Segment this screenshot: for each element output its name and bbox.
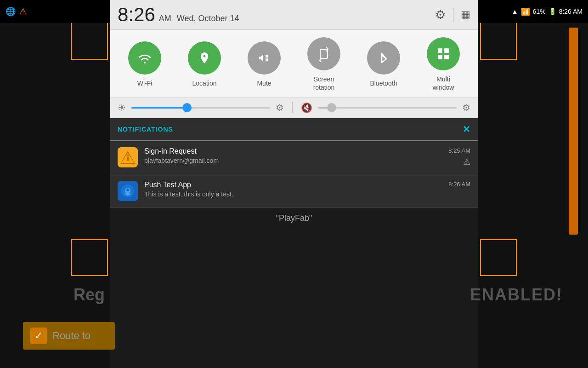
location-circle	[188, 41, 221, 75]
notifications-title: NOTIFICATIONS	[118, 126, 173, 133]
mute-circle	[248, 41, 281, 75]
top-bar: 8:26 AM Wed, October 14 ⚙ ▦	[110, 0, 478, 30]
date-text: Wed, October 14	[177, 14, 239, 23]
volume-settings-icon[interactable]: ⚙	[462, 102, 470, 113]
notification-time-signin: 8:25 AM	[448, 147, 470, 154]
svg-rect-8	[444, 55, 449, 59]
svg-point-16	[126, 189, 129, 191]
wifi-circle	[128, 41, 161, 75]
svg-rect-13	[127, 155, 129, 156]
svg-rect-12	[127, 157, 129, 161]
notification-meta-signin: 8:25 AM ⚠	[448, 147, 470, 167]
sliders-row: ☀ ⚙ 🔇 ⚙	[110, 97, 478, 118]
status-bar-left: 🌐 ⚠	[6, 6, 27, 17]
globe-icon: 🌐	[6, 6, 16, 17]
status-bar-right: ▲ 📶 61% 🔋 8:26 AM	[512, 7, 582, 16]
sliders-divider	[292, 102, 293, 113]
battery-icon-status: 🔋	[548, 8, 556, 15]
screen-rotation-label: Screenrotation	[313, 75, 335, 92]
notification-panel: 8:26 AM Wed, October 14 ⚙ ▦	[110, 0, 478, 229]
bg-route-checkbox: ✓	[30, 328, 47, 344]
wifi-icon-status: 📶	[521, 7, 530, 16]
time-display: 8:26 AM Wed, October 14	[118, 4, 239, 26]
bluetooth-circle	[367, 41, 400, 75]
notification-time-push: 8:26 AM	[448, 181, 470, 188]
quick-toggle-row: Wi-Fi Location	[110, 30, 478, 97]
brightness-low-icon: ☀	[118, 102, 126, 113]
settings-gear-icon[interactable]: ⚙	[435, 8, 446, 22]
brightness-settings-icon[interactable]: ⚙	[276, 102, 284, 113]
toggle-location[interactable]: Location	[181, 41, 227, 87]
battery-percent: 61%	[533, 8, 546, 15]
toggle-mute[interactable]: Mute	[241, 41, 287, 87]
signal-icon: ▲	[512, 8, 518, 15]
time-large: 8:26	[118, 4, 155, 26]
mute-label: Mute	[257, 79, 271, 87]
status-time: 8:26 AM	[559, 8, 582, 15]
notification-title-signin: Sign-in Request	[144, 147, 442, 155]
bg-right-box2b	[480, 239, 517, 276]
volume-mute-icon: 🔇	[301, 102, 312, 113]
bg-left-box2	[71, 239, 108, 276]
notification-content-signin: Sign-in Request playfabtavern@gmail.com	[144, 147, 442, 164]
multi-window-circle	[427, 37, 460, 70]
bottom-bar: "PlayFab"	[110, 208, 478, 229]
svg-rect-5	[438, 48, 442, 53]
bg-route-label: Route to	[52, 330, 90, 342]
notifications-section: NOTIFICATIONS ✕ Sign-in Request playfabt…	[110, 118, 478, 208]
notification-signin[interactable]: Sign-in Request playfabtavern@gmail.com …	[110, 141, 478, 174]
bottom-bar-text: "PlayFab"	[276, 213, 312, 223]
notification-content-push: Push Test App This is a test, this is on…	[144, 181, 442, 198]
alert-icon: ⚠	[19, 6, 27, 17]
volume-slider[interactable]	[318, 107, 457, 109]
location-label: Location	[192, 79, 217, 87]
notification-icon-playfab	[118, 147, 138, 167]
screen-rotation-circle	[307, 37, 340, 70]
bg-route-button[interactable]: ✓ Route to	[23, 322, 115, 350]
bg-reg-text: Reg	[74, 285, 105, 305]
notification-body-push: This is a test, this is only a test.	[144, 190, 442, 198]
bg-right-bar	[569, 28, 578, 235]
svg-rect-7	[438, 55, 442, 59]
top-bar-icons: ⚙ ▦	[435, 8, 470, 22]
quick-settings-panel: 8:26 AM Wed, October 14 ⚙ ▦	[110, 0, 478, 118]
bluetooth-label: Bluetooth	[370, 79, 397, 87]
notifications-header: NOTIFICATIONS ✕	[110, 118, 478, 141]
toggle-bluetooth[interactable]: Bluetooth	[361, 41, 407, 87]
notification-warning-icon: ⚠	[463, 157, 470, 167]
vertical-divider	[453, 8, 453, 22]
toggle-screen-rotation[interactable]: Screenrotation	[301, 37, 347, 92]
svg-rect-6	[444, 48, 449, 53]
notification-body-signin: playfabtavern@gmail.com	[144, 157, 442, 164]
clear-notifications-button[interactable]: ✕	[463, 124, 470, 135]
toggle-multi-window[interactable]: Multiwindow	[420, 37, 466, 92]
notification-meta-push: 8:26 AM	[448, 181, 470, 188]
notification-pushtest[interactable]: Push Test App This is a test, this is on…	[110, 174, 478, 208]
toggle-wifi[interactable]: Wi-Fi	[122, 41, 168, 87]
notification-title-push: Push Test App	[144, 181, 442, 189]
notification-icon-push	[118, 181, 138, 201]
brightness-slider[interactable]	[131, 107, 270, 109]
time-ampm: AM	[159, 14, 171, 23]
grid-icon[interactable]: ▦	[461, 9, 470, 21]
multi-window-label: Multiwindow	[433, 75, 454, 92]
wifi-label: Wi-Fi	[137, 79, 153, 87]
bg-enabled-text: ENABLED!	[470, 285, 563, 305]
